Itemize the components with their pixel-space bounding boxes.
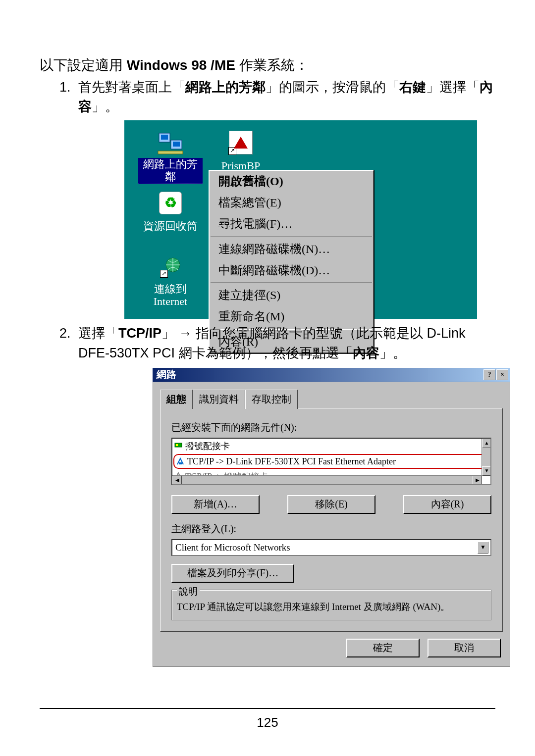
step-1: 首先對著桌面上「網路上的芳鄰」的圖示，按滑鼠的「右鍵」選擇「內容」。: [59, 78, 495, 319]
list-item-selected[interactable]: TCP/IP -> D-Link DFE-530TX PCI Fast Ethe…: [173, 454, 489, 469]
desktop-icon-recycle-bin[interactable]: ♻ 資源回收筒: [138, 191, 203, 234]
screenshot-desktop: 網路上的芳鄰 ↗ PrismBP ♻ 資源回收筒: [124, 120, 477, 319]
menu-item-map-drive[interactable]: 連線網路磁碟機(N)…: [210, 239, 373, 260]
installed-components-label: 已經安裝下面的網路元件(N):: [171, 420, 491, 435]
remove-button[interactable]: 移除(E): [287, 495, 375, 514]
network-neighborhood-icon: [157, 130, 184, 155]
menu-separator: [211, 282, 372, 283]
recycle-bin-icon: ♻: [157, 191, 184, 215]
add-button[interactable]: 新增(A)…: [171, 495, 260, 514]
page-number: 125: [0, 715, 535, 730]
desktop-icon-connect-internet[interactable]: ↗ 連線到Internet: [138, 255, 203, 309]
scroll-left-icon[interactable]: ◀: [172, 476, 182, 485]
desktop-icon-label: 連線到Internet: [152, 283, 189, 308]
menu-separator: [211, 236, 372, 237]
svg-rect-1: [161, 135, 168, 140]
properties-button[interactable]: 內容(R): [403, 495, 491, 514]
svg-rect-4: [158, 151, 183, 154]
protocol-icon: [176, 456, 184, 464]
menu-item-unmap-drive[interactable]: 中斷網路磁碟機(D)…: [210, 260, 373, 281]
adapter-icon: [174, 440, 182, 448]
description-text: TCP/IP 通訊協定可以讓您用來連線到 Internet 及廣域網路 (WAN…: [177, 601, 486, 614]
list-item[interactable]: 撥號配接卡: [172, 439, 490, 454]
desktop-icon-label: 資源回收筒: [142, 220, 199, 233]
description-group: 說明 TCP/IP 通訊協定可以讓您用來連線到 Internet 及廣域網路 (…: [171, 590, 491, 620]
svg-rect-8: [179, 462, 182, 464]
primary-login-label: 主網路登入(L):: [171, 522, 491, 536]
connect-internet-icon: ↗: [157, 255, 184, 280]
description-title: 說明: [177, 585, 200, 599]
scroll-up-icon[interactable]: ▲: [482, 439, 491, 448]
menu-item-explorer[interactable]: 檔案總管(E): [210, 192, 373, 213]
vertical-scrollbar[interactable]: ▲ ▼: [482, 439, 490, 476]
screenshot-network-dialog: 網路 ? × 組態 識別資料 存取控制 已經安裝下面的網路元件(N):: [153, 368, 510, 667]
file-print-sharing-button[interactable]: 檔案及列印分享(F)…: [171, 564, 294, 583]
ok-button[interactable]: 確定: [346, 639, 420, 657]
dialog-titlebar: 網路 ? ×: [153, 368, 510, 382]
step-2: 選擇「TCP/IP」 → 指向您電腦網路卡的型號（此示範是以 D-Link DF…: [59, 324, 495, 666]
tab-strip: 組態 識別資料 存取控制: [160, 389, 503, 408]
section-heading: 以下設定適用 Windows 98 /ME 作業系統：: [40, 55, 495, 75]
help-button[interactable]: ?: [483, 369, 495, 380]
menu-item-open[interactable]: 開啟舊檔(O): [210, 171, 373, 192]
horizontal-scrollbar[interactable]: ◀ ▶: [172, 475, 482, 484]
prismbp-icon: ↗: [227, 130, 254, 155]
cancel-button[interactable]: 取消: [428, 639, 501, 657]
close-button[interactable]: ×: [496, 369, 508, 380]
menu-item-shortcut[interactable]: 建立捷徑(S): [210, 285, 373, 306]
footer-rule: [40, 708, 495, 709]
desktop-icon-label: 網路上的芳鄰: [138, 158, 203, 184]
tab-access-control[interactable]: 存取控制: [245, 390, 298, 409]
tab-pane-config: 已經安裝下面的網路元件(N): 撥號配接卡: [160, 408, 503, 632]
svg-rect-3: [173, 142, 180, 147]
scroll-right-icon[interactable]: ▶: [473, 476, 482, 485]
primary-login-combo[interactable]: Client for Microsoft Networks ▼: [171, 539, 491, 556]
dialog-title: 網路: [157, 367, 176, 382]
desktop-icon-network-neighborhood[interactable]: 網路上的芳鄰: [138, 130, 203, 184]
menu-item-find-computer[interactable]: 尋找電腦(F)…: [210, 213, 373, 235]
svg-rect-7: [176, 444, 178, 446]
tab-config[interactable]: 組態: [160, 390, 193, 409]
scroll-down-icon[interactable]: ▼: [482, 466, 491, 476]
combo-value: Client for Microsoft Networks: [175, 541, 290, 554]
desktop-icon-prismbp[interactable]: ↗ PrismBP: [209, 130, 273, 174]
components-listbox[interactable]: 撥號配接卡 TCP/IP -> D-Link DFE-530TX PCI Fas…: [171, 438, 491, 485]
tab-identification[interactable]: 識別資料: [193, 390, 245, 409]
chevron-down-icon[interactable]: ▼: [478, 542, 488, 554]
